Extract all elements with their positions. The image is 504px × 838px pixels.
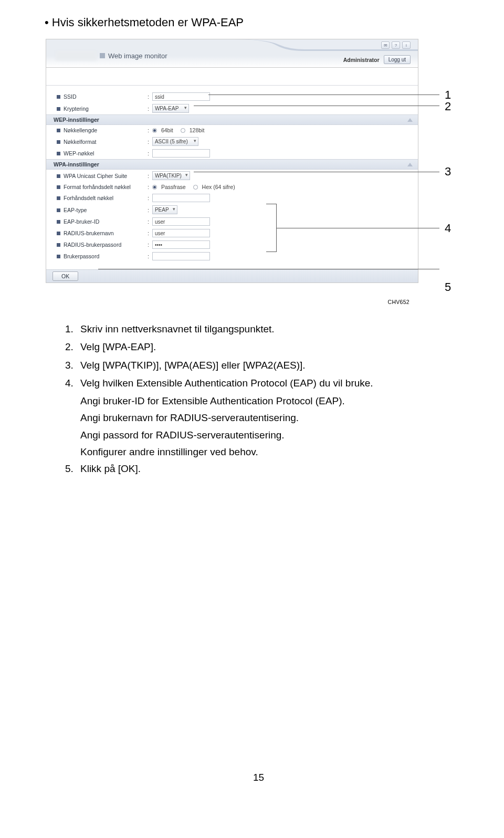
callout-line-1 [208, 95, 439, 95]
row-ssid: SSID : [46, 91, 418, 102]
steps-list: Skriv inn nettverksnavnet til tilgangspu… [45, 321, 472, 392]
pskfmt-opt-hex: Hex (64 sifre) [202, 184, 235, 190]
wpa-section-label: WPA-innstillinger [54, 161, 99, 167]
row-keyfmt: Nøkkelformat : ASCII (5 sifre) [46, 135, 418, 148]
pskfmt-opt-pass: Passfrase [161, 184, 186, 190]
keylen-opt-128: 128bit [190, 127, 205, 133]
colon: : [148, 230, 149, 236]
keyfmt-select[interactable]: ASCII (5 sifre) [152, 137, 198, 146]
radpass-label: RADIUS-brukerpassord [64, 242, 148, 248]
screenshot: ✉ ? i Web image monitor Administrator Lo… [46, 39, 418, 283]
page-number: 15 [45, 772, 472, 783]
psk-input[interactable] [152, 194, 210, 202]
admin-row: Administrator Logg ut [343, 55, 411, 64]
cipher-label: WPA Unicast Cipher Suite [64, 173, 148, 179]
row-keylen: Nøkkellengde : 64bit 128bit [46, 125, 418, 135]
pskfmt-radio-pass[interactable] [152, 185, 157, 190]
keyfmt-label: Nøkkelformat [64, 139, 148, 145]
row-wepkey: WEP-nøkkel : [46, 148, 418, 159]
bullet-icon [57, 152, 60, 155]
keylen-radio-64[interactable] [152, 128, 157, 133]
eaptype-label: EAP-type [64, 207, 148, 213]
wepkey-input[interactable] [152, 149, 210, 158]
steps-list-cont: Klikk på [OK]. [45, 460, 472, 477]
row-radname: RADIUS-brukernavn : [46, 227, 418, 239]
colon: : [148, 253, 149, 259]
callout-3: 3 [445, 165, 451, 179]
wim-header: ✉ ? i Web image monitor Administrator Lo… [46, 39, 418, 68]
bullet-icon [57, 107, 60, 111]
logo-placeholder [56, 51, 97, 60]
colon: : [148, 127, 149, 133]
radname-input[interactable] [152, 229, 210, 237]
pskfmt-radio-hex[interactable] [193, 185, 198, 190]
collapse-icon[interactable] [407, 118, 413, 122]
bullet-icon [57, 129, 60, 132]
bullet-icon [57, 196, 60, 200]
row-pskfmt: Format forhåndsdelt nøkkel : Passfrase H… [46, 182, 418, 192]
callout-line-2 [194, 106, 439, 106]
userpass-label: Brukerpassord [64, 253, 148, 259]
header-icons: ✉ ? i [381, 41, 411, 49]
step-4c: Angi passord for RADIUS-serverautentiser… [80, 427, 472, 444]
ok-button[interactable]: OK [52, 271, 78, 281]
row-eapuser: EAP-bruker-ID : [46, 216, 418, 227]
radname-label: RADIUS-brukernavn [64, 230, 148, 236]
callout-line-5 [98, 269, 439, 269]
keylen-label: Nøkkellengde [64, 127, 148, 133]
colon: : [148, 218, 149, 225]
eaptype-select[interactable]: PEAP [152, 205, 177, 214]
colon: : [148, 93, 149, 100]
callout-2: 2 [445, 100, 451, 113]
eapuser-input[interactable] [152, 217, 210, 226]
bullet-icon [57, 208, 60, 212]
wep-section-label: WEP-innstillinger [54, 117, 99, 123]
ssid-input[interactable] [152, 92, 210, 101]
step-3: Velg [WPA(TKIP)], [WPA(AES)] eller [WPA2… [76, 357, 472, 374]
bullet-icon [57, 255, 60, 258]
colon: : [148, 195, 149, 201]
bullet-icon [57, 95, 60, 99]
collapse-icon[interactable] [407, 163, 413, 166]
wep-section-head: WEP-innstillinger [46, 114, 418, 125]
step-4b: Angi brukernavn for RADIUS-serverautenti… [80, 410, 472, 426]
row-radpass: RADIUS-brukerpassord : [46, 239, 418, 250]
step-2: Velg [WPA-EAP]. [76, 339, 472, 355]
bullet-icon [57, 174, 60, 178]
callout-5: 5 [445, 280, 451, 294]
colon: : [148, 106, 149, 112]
bullet-icon [57, 232, 60, 235]
colon: : [148, 184, 149, 190]
colon: : [148, 242, 149, 248]
pskfmt-label: Format forhåndsdelt nøkkel [64, 184, 148, 190]
content-area: SSID : Kryptering : WPA-EAP WEP-innstill… [46, 86, 418, 269]
cipher-select[interactable]: WPA(TKIP) [152, 171, 190, 180]
admin-label: Administrator [343, 57, 380, 63]
callout-line-3 [194, 172, 439, 172]
row-userpass: Brukerpassord : [46, 250, 418, 262]
keylen-opt-64: 64bit [161, 127, 173, 133]
keylen-radio-128[interactable] [181, 128, 185, 133]
callout-line-4 [277, 228, 439, 228]
bullet-icon [57, 243, 60, 247]
step-4: Velg hvilken Extensible Authentication P… [76, 375, 472, 392]
step-1: Skriv inn nettverksnavnet til tilgangspu… [76, 321, 472, 338]
colon: : [148, 139, 149, 145]
bullet-icon [57, 185, 60, 189]
step-4d: Konfigurer andre innstillinger ved behov… [80, 444, 472, 460]
bottom-bar: OK [46, 269, 418, 282]
colon: : [148, 173, 149, 179]
ssid-label: SSID [64, 93, 148, 100]
help-icon[interactable]: ? [392, 41, 400, 49]
step-5: Klikk på [OK]. [76, 460, 472, 477]
userpass-input[interactable] [152, 252, 210, 260]
radpass-input[interactable] [152, 240, 210, 249]
bullet-icon [57, 220, 60, 224]
mail-icon[interactable]: ✉ [381, 41, 390, 49]
logout-button[interactable]: Logg ut [384, 55, 411, 64]
row-eaptype: EAP-type : PEAP [46, 204, 418, 216]
encryption-select[interactable]: WPA-EAP [152, 104, 189, 113]
step-4a: Angi bruker-ID for Extensible Authentica… [80, 393, 472, 410]
info-icon[interactable]: i [402, 41, 411, 49]
row-psk: Forhåndsdelt nøkkel : [46, 192, 418, 204]
